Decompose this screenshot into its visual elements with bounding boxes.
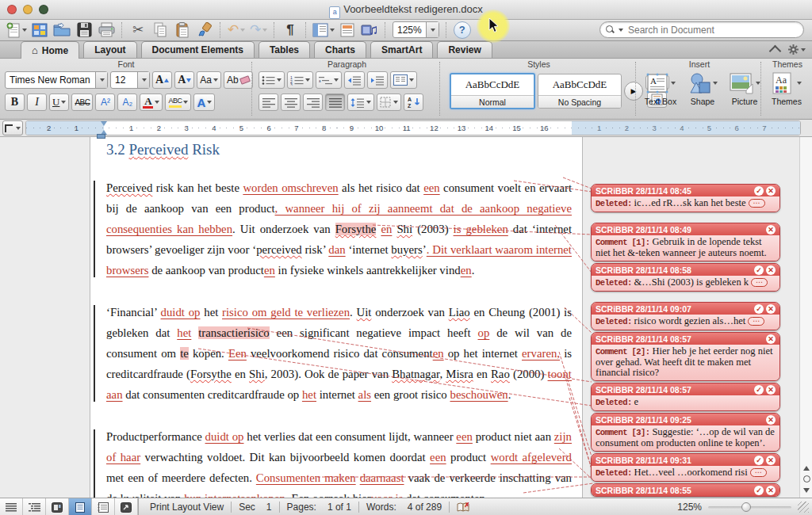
subscript-button[interactable]: A₂ — [117, 93, 137, 111]
change-case-button[interactable]: Aa — [197, 71, 221, 89]
accept-change-icon[interactable]: ✓ — [754, 304, 764, 314]
redo-button[interactable]: ↷ — [249, 21, 268, 40]
reject-change-icon[interactable]: ✕ — [766, 456, 776, 465]
style-normal[interactable]: AaBbCcDdE Normal — [450, 73, 535, 109]
font-size-select[interactable]: 12 — [110, 71, 150, 89]
clear-formatting-button[interactable]: Ab — [224, 71, 253, 89]
comment-card[interactable]: SCRiBBR 28/11/14 08:45✓✕Deleted:ic…ed rR… — [591, 184, 780, 212]
zoom-combo[interactable]: 125% — [393, 21, 439, 38]
reject-change-icon[interactable]: ✕ — [766, 186, 776, 196]
collapse-ribbon-button[interactable] — [769, 45, 782, 58]
highlight-button[interactable]: ABC — [165, 93, 191, 111]
accept-change-icon[interactable]: ✓ — [754, 186, 764, 196]
sidebar-view-button[interactable] — [312, 21, 335, 40]
comment-card[interactable]: SCRiBBR 28/11/14 08:55✓✕ — [591, 483, 780, 497]
zoom-slider[interactable] — [708, 506, 791, 509]
print-button[interactable] — [97, 21, 116, 40]
draft-view-button[interactable] — [0, 498, 23, 515]
vertical-scrollbar[interactable] — [799, 136, 812, 498]
expand-ellipsis-button[interactable]: ⋯ — [749, 199, 765, 208]
increase-indent-button[interactable] — [367, 71, 388, 89]
select-browse-object-button[interactable] — [801, 474, 812, 484]
expand-ellipsis-button[interactable]: ⋯ — [750, 468, 767, 477]
comment-card[interactable]: SCRiBBR 28/11/14 08:57✓✕Deleted:e — [591, 383, 780, 411]
reject-change-icon[interactable]: ✕ — [766, 415, 776, 425]
accept-change-icon[interactable]: ✓ — [754, 265, 764, 275]
numbering-button[interactable]: 123 — [287, 71, 313, 89]
tab-charts[interactable]: Charts — [314, 41, 366, 58]
new-document-button[interactable] — [6, 21, 27, 40]
strikethrough-button[interactable]: ABC — [71, 93, 93, 111]
outline-view-button[interactable] — [23, 498, 46, 515]
font-color-button[interactable]: A — [140, 93, 163, 111]
copy-button[interactable] — [151, 21, 170, 40]
format-painter-button[interactable] — [195, 21, 214, 40]
style-no-spacing[interactable]: AaBbCcDdE No Spacing — [538, 74, 622, 109]
text-effects-button[interactable]: A — [193, 93, 215, 111]
line-spacing-button[interactable] — [347, 93, 374, 111]
save-button[interactable] — [75, 21, 94, 40]
print-layout-view-button[interactable] — [69, 498, 92, 515]
open-button[interactable] — [52, 21, 71, 40]
reject-change-icon[interactable]: ✕ — [766, 385, 776, 395]
themes-button[interactable]: Aa Themes — [767, 71, 806, 106]
notebook-layout-view-button[interactable] — [92, 498, 115, 515]
font-name-select[interactable]: Times New Roman — [5, 71, 108, 89]
align-center-button[interactable] — [281, 93, 301, 111]
tab-layout[interactable]: Layout — [83, 41, 136, 58]
cut-button[interactable]: ✂ — [128, 21, 147, 40]
insert-textbox-button[interactable]: A Text Box — [641, 71, 680, 106]
view-name-label[interactable]: Print Layout View — [150, 502, 224, 513]
tab-smartart[interactable]: SmartArt — [370, 41, 433, 58]
window-resize-grip[interactable] — [798, 502, 809, 513]
comment-card[interactable]: SCRiBBR 28/11/14 08:49✕Comment [1]:Gebru… — [591, 223, 780, 261]
italic-button[interactable]: I — [27, 93, 47, 111]
sort-button[interactable]: AZ — [404, 93, 423, 111]
search-field[interactable] — [599, 21, 804, 38]
words-label[interactable]: Words: — [366, 502, 396, 513]
align-right-button[interactable] — [303, 93, 323, 111]
comment-card[interactable]: SCRiBBR 28/11/14 08:57✕Comment [2]:Hier … — [591, 332, 780, 381]
comment-card[interactable]: SCRiBBR 28/11/14 09:25✕Comment [3]:Sugge… — [591, 413, 780, 452]
underline-button[interactable]: U — [49, 93, 69, 111]
columns-button[interactable] — [390, 71, 417, 89]
paragraph[interactable]: Perceived risk kan het beste worden omsc… — [106, 177, 572, 280]
reject-change-icon[interactable]: ✕ — [766, 486, 776, 495]
superscript-button[interactable]: A² — [95, 93, 115, 111]
show-formatting-button[interactable]: ¶ — [281, 21, 300, 40]
next-page-button[interactable] — [801, 485, 812, 495]
help-button[interactable]: ? — [453, 21, 472, 40]
document-page[interactable]: 3.2 Perceived Risk Perceived risk kan he… — [90, 136, 583, 498]
document-elements-button[interactable] — [338, 21, 357, 40]
paste-button[interactable] — [173, 21, 192, 40]
tab-home[interactable]: ⌂Home — [21, 41, 79, 59]
first-line-indent-marker[interactable] — [101, 121, 107, 126]
expand-ellipsis-button[interactable]: ⋯ — [751, 278, 768, 287]
reject-change-icon[interactable]: ✕ — [766, 334, 776, 344]
search-input[interactable] — [626, 24, 799, 36]
borders-button[interactable] — [377, 93, 401, 111]
accept-change-icon[interactable]: ✓ — [754, 456, 764, 465]
align-left-button[interactable] — [259, 93, 278, 111]
insert-picture-button[interactable]: Picture — [725, 71, 764, 106]
tab-review[interactable]: Review — [437, 41, 492, 58]
accept-change-icon[interactable]: ✓ — [754, 486, 764, 495]
left-indent-marker[interactable] — [97, 134, 105, 139]
decrease-indent-button[interactable] — [344, 71, 365, 89]
ribbon-settings-button[interactable] — [787, 44, 806, 55]
reject-change-icon[interactable]: ✕ — [766, 225, 776, 235]
zoom-dropdown-button[interactable] — [426, 22, 439, 37]
proofing-status-button[interactable]: ✗ — [457, 502, 470, 513]
tab-tables[interactable]: Tables — [259, 41, 310, 58]
expand-ellipsis-button[interactable]: ⋯ — [748, 317, 764, 326]
tab-stop-selector[interactable] — [2, 120, 23, 135]
justify-button[interactable] — [325, 93, 345, 111]
grow-font-button[interactable]: A — [152, 71, 172, 89]
reject-change-icon[interactable]: ✕ — [766, 304, 776, 314]
gallery-button[interactable] — [30, 21, 49, 40]
document-heading[interactable]: 3.2 Perceived Risk — [106, 141, 572, 158]
paragraph[interactable]: ‘Financial’ duidt op het risico om geld … — [106, 302, 572, 405]
shrink-font-button[interactable]: A — [174, 71, 194, 89]
reject-change-icon[interactable]: ✕ — [766, 265, 776, 275]
font-size-dropdown[interactable] — [137, 72, 149, 88]
